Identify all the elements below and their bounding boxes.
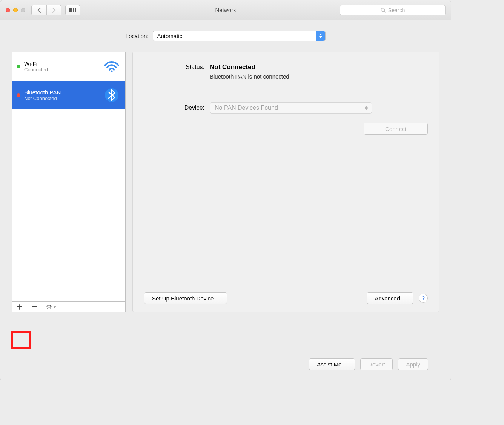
svg-point-2	[111, 71, 113, 72]
nav-buttons	[31, 5, 61, 15]
footer-row: Assist Me… Revert Apply	[12, 348, 439, 380]
minus-icon	[32, 304, 37, 310]
traffic-lights	[6, 8, 25, 12]
service-name: Bluetooth PAN	[24, 89, 99, 95]
sidebar-container: Wi-Fi Connected	[12, 52, 126, 348]
plus-icon	[17, 304, 22, 310]
select-stepper-icon	[316, 31, 325, 41]
sidebar-toolbar	[12, 301, 125, 312]
content-area: Location: Automatic Wi-Fi Connected	[0, 20, 451, 380]
device-label: Device:	[144, 105, 204, 111]
advanced-button[interactable]: Advanced…	[367, 292, 413, 304]
device-row: Device: No PAN Devices Found	[144, 102, 428, 114]
service-actions-button[interactable]	[42, 302, 60, 312]
assist-me-button[interactable]: Assist Me…	[309, 358, 355, 370]
service-list: Wi-Fi Connected	[12, 52, 125, 301]
chevron-left-icon	[37, 8, 41, 13]
search-placeholder: Search	[388, 7, 405, 13]
wifi-icon	[103, 59, 121, 74]
service-item-bluetooth-pan[interactable]: Bluetooth PAN Not Connected	[12, 81, 125, 109]
services-sidebar: Wi-Fi Connected	[12, 52, 126, 312]
chevron-down-icon	[53, 306, 56, 308]
service-text: Wi-Fi Connected	[24, 60, 99, 72]
svg-point-4	[48, 306, 50, 308]
location-value: Automatic	[157, 33, 182, 39]
service-text: Bluetooth PAN Not Connected	[24, 89, 99, 101]
close-window-button[interactable]	[6, 8, 10, 12]
detail-panel: Status: Not Connected Bluetooth PAN is n…	[132, 52, 439, 312]
grid-icon	[69, 8, 76, 12]
annotation-highlight	[11, 331, 31, 349]
titlebar: Network Search	[0, 0, 451, 20]
panel-bottom-right: Advanced… ?	[367, 292, 428, 304]
device-select[interactable]: No PAN Devices Found	[210, 102, 372, 114]
status-label: Status:	[144, 64, 204, 71]
service-name: Wi-Fi	[24, 60, 99, 67]
svg-line-11	[47, 308, 48, 308]
status-dot-connected	[17, 65, 20, 68]
revert-button[interactable]: Revert	[360, 358, 393, 370]
svg-line-1	[384, 11, 386, 12]
setup-bluetooth-button[interactable]: Set Up Bluetooth Device…	[144, 292, 227, 304]
connect-row: Connect	[144, 123, 428, 135]
service-status: Connected	[24, 67, 99, 72]
bluetooth-icon	[103, 88, 121, 103]
device-value: No PAN Devices Found	[215, 105, 278, 111]
location-select[interactable]: Automatic	[153, 31, 326, 41]
minimize-window-button[interactable]	[13, 8, 18, 12]
service-item-wifi[interactable]: Wi-Fi Connected	[12, 52, 125, 81]
forward-button[interactable]	[46, 5, 61, 15]
main-area: Wi-Fi Connected	[12, 52, 439, 348]
show-all-button[interactable]	[65, 5, 80, 15]
status-message: Bluetooth PAN is not connected.	[210, 73, 428, 80]
network-prefs-window: Network Search Location: Automatic	[0, 0, 451, 380]
add-service-button[interactable]	[12, 302, 27, 312]
help-button[interactable]: ?	[419, 294, 428, 303]
location-label: Location:	[126, 33, 149, 39]
gear-icon	[46, 304, 52, 310]
back-button[interactable]	[31, 5, 46, 15]
apply-button[interactable]: Apply	[398, 358, 428, 370]
status-value: Not Connected	[210, 63, 255, 71]
question-icon: ?	[422, 295, 425, 301]
svg-line-10	[50, 308, 51, 308]
service-status: Not Connected	[24, 95, 99, 101]
panel-bottom-row: Set Up Bluetooth Device… Advanced… ?	[144, 292, 428, 304]
search-icon	[381, 8, 386, 13]
chevron-right-icon	[52, 8, 56, 13]
connect-button[interactable]: Connect	[364, 123, 428, 135]
status-row: Status: Not Connected	[144, 63, 428, 71]
remove-service-button[interactable]	[27, 302, 42, 312]
zoom-window-button[interactable]	[21, 8, 25, 12]
location-row: Location: Automatic	[12, 31, 439, 41]
status-dot-disconnected	[17, 93, 20, 97]
search-input[interactable]: Search	[340, 5, 446, 15]
svg-line-9	[47, 305, 48, 305]
select-stepper-icon	[363, 103, 369, 113]
svg-line-12	[50, 305, 51, 305]
